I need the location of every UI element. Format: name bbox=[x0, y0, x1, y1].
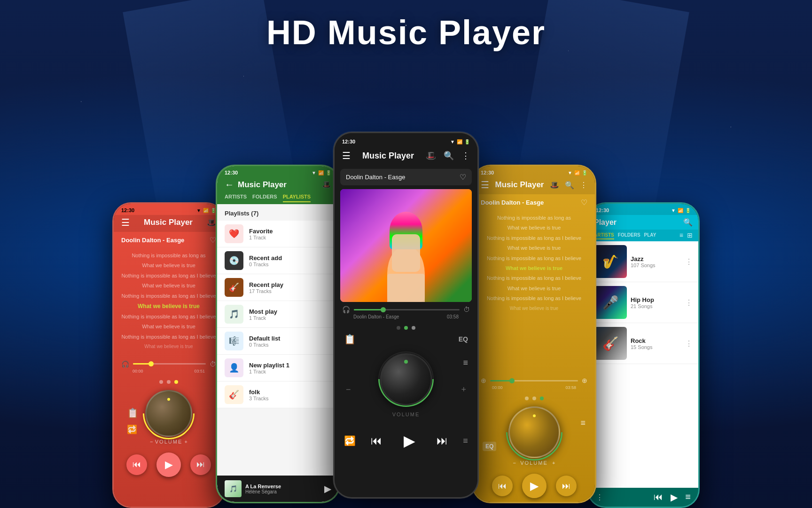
gold-play-controls: ⏮ ▶ ⏭ bbox=[473, 470, 595, 502]
center-prev-button[interactable]: ⏮ bbox=[367, 431, 386, 450]
red-vol-minus[interactable]: − bbox=[150, 439, 153, 444]
np-play-button[interactable]: ▶ bbox=[324, 483, 331, 494]
gold-next-button[interactable]: ⏭ bbox=[556, 476, 577, 496]
teal-artist-grid: 🎷 Jazz 107 Songs ⋮ 🎤 H bbox=[588, 241, 698, 488]
red-next-button[interactable]: ⏭ bbox=[190, 454, 211, 475]
green-back-icon[interactable]: ← bbox=[225, 179, 234, 190]
jazz-more-icon[interactable]: ⋮ bbox=[685, 257, 693, 266]
tab-playlists[interactable]: PLAYLISTS bbox=[283, 194, 311, 202]
center-headphones-icon: 🎧 bbox=[342, 306, 350, 313]
gold-lyrics: Nothing is impossible as long as What we… bbox=[473, 211, 595, 373]
gold-menu-icon[interactable]: ☰ bbox=[481, 179, 489, 190]
gold-volume-knob[interactable] bbox=[508, 406, 560, 458]
green-hat-icon[interactable]: 🎩 bbox=[322, 180, 331, 189]
center-hat-icon[interactable]: 🎩 bbox=[426, 151, 436, 161]
rock-more-icon[interactable]: ⋮ bbox=[685, 339, 693, 348]
center-queue2-icon[interactable]: ≡ bbox=[463, 436, 468, 446]
center-menu-icon[interactable]: ☰ bbox=[342, 150, 351, 161]
gold-vol-label: VOLUME bbox=[520, 460, 547, 466]
playlist-item-folk[interactable]: 🎸 folk 3 Tracks bbox=[217, 381, 339, 408]
gold-prev-button[interactable]: ⏮ bbox=[492, 476, 513, 496]
gold-more-icon[interactable]: ⋮ bbox=[580, 181, 587, 190]
artist-item-hiphop[interactable]: 🎤 Hip Hop 21 Songs ⋮ bbox=[588, 282, 698, 323]
center-timer-icon: ⏱ bbox=[463, 306, 470, 313]
center-play-button[interactable]: ▶ bbox=[397, 429, 422, 453]
red-play-controls: ⏮ ▶ ⏭ bbox=[114, 449, 224, 481]
playlist-thumb-new: 👤 bbox=[225, 358, 243, 377]
np-title: A La Renverse bbox=[245, 484, 281, 489]
gold-hat-icon[interactable]: 🎩 bbox=[550, 181, 559, 190]
center-vol-plus[interactable]: + bbox=[461, 385, 466, 395]
teal-grid-icon[interactable]: ⊞ bbox=[687, 231, 693, 239]
teal-list-icon[interactable]: ≡ bbox=[679, 231, 683, 239]
status-time-far-left: 12:30 bbox=[121, 207, 134, 213]
gold-queue-icon[interactable]: ≡ bbox=[580, 418, 586, 428]
center-more-icon[interactable]: ⋮ bbox=[461, 151, 470, 161]
recent-add-title: Recent add bbox=[249, 254, 331, 262]
red-hat-icon[interactable]: 🎩 bbox=[207, 218, 216, 227]
center-queue-icon[interactable]: ≡ bbox=[463, 358, 468, 368]
playlist-item-favorite[interactable]: ❤️ Favorite 1 Track bbox=[217, 221, 339, 247]
teal-tab-folders[interactable]: FOLDERS bbox=[618, 231, 640, 239]
gold-play-button[interactable]: ▶ bbox=[522, 474, 547, 498]
page-title: HD Music Player bbox=[0, 13, 812, 52]
tab-artists[interactable]: ARTISTS bbox=[225, 194, 247, 202]
red-repeat-icon[interactable]: 🔁 bbox=[127, 425, 137, 434]
hiphop-more-icon[interactable]: ⋮ bbox=[685, 298, 693, 307]
now-playing-bottom[interactable]: 🎵 A La Renverse Hélène Ségara ▶ bbox=[217, 476, 339, 502]
red-playlist-icon[interactable]: 📋 bbox=[127, 407, 139, 419]
artist-item-rock[interactable]: 🎸 Rock 15 Songs ⋮ bbox=[588, 323, 698, 364]
red-vol-plus[interactable]: + bbox=[185, 439, 187, 444]
gold-song-title: Doolin Dalton - Easge bbox=[481, 199, 544, 206]
tab-folders[interactable]: FOLDERS bbox=[252, 194, 277, 202]
center-eq-label[interactable]: EQ bbox=[459, 335, 468, 343]
teal-tab-artists[interactable]: ARTISTS bbox=[594, 231, 614, 239]
playlist-item-new[interactable]: 👤 New playlist 1 1 Track bbox=[217, 355, 339, 381]
red-heart-icon[interactable]: ♡ bbox=[210, 236, 216, 245]
teal-tab-play[interactable]: PLAY bbox=[644, 231, 656, 239]
gold-heart-icon[interactable]: ♡ bbox=[581, 198, 587, 207]
playlist-item-most-play[interactable]: 🎵 Most play 1 Track bbox=[217, 301, 339, 328]
center-heart-icon[interactable]: ♡ bbox=[460, 173, 466, 182]
gold-vol-minus[interactable]: − bbox=[513, 460, 516, 466]
center-header: ☰ Music Player 🎩 🔍 ⋮ bbox=[335, 146, 477, 165]
red-volume-knob[interactable] bbox=[145, 390, 192, 437]
teal-prev-icon[interactable]: ⏮ bbox=[654, 492, 663, 503]
gold-vol-plus[interactable]: + bbox=[552, 460, 555, 466]
most-play-title: Most play bbox=[249, 308, 331, 315]
artist-item-jazz[interactable]: 🎷 Jazz 107 Songs ⋮ bbox=[588, 241, 698, 282]
gold-dots bbox=[473, 397, 595, 400]
red-prev-button[interactable]: ⏮ bbox=[126, 454, 147, 475]
center-controls-row: 📋 EQ bbox=[335, 333, 477, 345]
status-time-left: 12:30 bbox=[225, 170, 238, 175]
playlist-item-default[interactable]: 🎼 Default list 0 Tracks bbox=[217, 328, 339, 355]
center-vol-minus[interactable]: − bbox=[346, 385, 351, 395]
playlist-item-recent-play[interactable]: 🎸 Recent play 17 Tracks bbox=[217, 274, 339, 301]
teal-queue-icon[interactable]: ≡ bbox=[685, 492, 691, 503]
center-volume-knob[interactable] bbox=[380, 353, 432, 405]
phones-container: 12:30 ▼ 📶 🔋 ☰ Music Player 🎩 Doolin Dalt… bbox=[0, 68, 812, 508]
gold-eq-label[interactable]: EQ bbox=[483, 442, 496, 451]
center-play-controls: 🔁 ⏮ ▶ ⏭ ≡ bbox=[335, 429, 477, 460]
playlist-item-recent-add[interactable]: 💿 Recent add 0 Tracks bbox=[217, 247, 339, 274]
red-play-button[interactable]: ▶ bbox=[156, 452, 181, 477]
teal-play-icon[interactable]: ▶ bbox=[671, 492, 678, 503]
center-shuffle-icon[interactable]: 🔁 bbox=[344, 435, 356, 446]
center-progress-bar[interactable] bbox=[354, 309, 460, 310]
gold-search-icon[interactable]: 🔍 bbox=[565, 181, 574, 190]
center-search-icon[interactable]: 🔍 bbox=[444, 151, 454, 161]
teal-search-icon[interactable]: 🔍 bbox=[683, 218, 693, 227]
status-time-right: 12:30 bbox=[481, 170, 494, 175]
status-icons-left: ▼ 📶 🔋 bbox=[312, 170, 331, 175]
status-time-center: 12:30 bbox=[342, 139, 355, 144]
red-lyrics: Nothing is impossible as long as What we… bbox=[114, 248, 224, 357]
teal-more-icon[interactable]: ⋮ bbox=[596, 493, 603, 502]
red-timer-icon: ⏱ bbox=[210, 360, 216, 368]
status-icons-center: ▼ 📶 🔋 bbox=[450, 139, 470, 144]
center-next-button[interactable]: ⏭ bbox=[433, 431, 452, 450]
gold-zoom-icon[interactable]: ⊕ bbox=[481, 377, 486, 384]
red-menu-icon[interactable]: ☰ bbox=[121, 217, 130, 228]
center-playlist-add-icon[interactable]: 📋 bbox=[344, 333, 356, 345]
playlist-thumb-recent-add: 💿 bbox=[225, 251, 243, 270]
center-time-labels: Doolin Dalton - Easge 03:58 bbox=[342, 313, 470, 320]
